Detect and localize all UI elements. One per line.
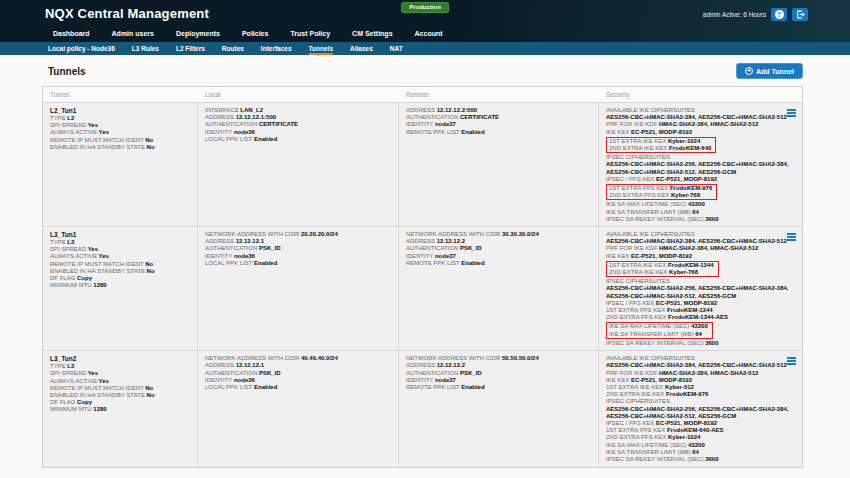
nav-dashboard[interactable]: Dashboard bbox=[42, 26, 101, 42]
field-label: IPSEC SA REKEY INTERVAL (SEC) bbox=[606, 216, 703, 222]
row-menu-icon[interactable] bbox=[787, 356, 796, 366]
field-line: DF FLAG Copy bbox=[50, 399, 191, 406]
field-line: 2ND EXTRA IKE KEX FrodoKEM-640 bbox=[609, 145, 711, 152]
subnav-local-policy-node36[interactable]: Local policy - Node36 bbox=[48, 42, 115, 55]
field-value: Kyber-768 bbox=[669, 269, 698, 275]
field-line: 2ND EXTRA PFS KEX FrodoKEM-1344-AES bbox=[606, 314, 796, 321]
field-line: INTERFACE LAN_L2 bbox=[205, 107, 392, 114]
subnav-l2-filters[interactable]: L2 Filters bbox=[176, 42, 205, 55]
table-row: L3_Tun1TYPE L3SPI SPREAD YesALWAYS ACTIV… bbox=[43, 227, 802, 351]
field-line: 1ST EXTRA IKE KEX FrodoKEM-1344 bbox=[609, 262, 714, 269]
field-line: AVAILABLE IKE CIPHERSUITES bbox=[606, 107, 796, 114]
field-value: EC-P521, MODP-8192 bbox=[631, 253, 692, 259]
field-line: IPSEC CIPHERSUITES bbox=[606, 278, 796, 285]
field-line: AES256-CBC+HMAC-SHA2-512, AES256-GCM bbox=[606, 293, 796, 300]
field-value: Kyber-512 bbox=[665, 384, 694, 390]
field-value: 12.12.12.1 bbox=[236, 362, 264, 368]
field-value: 40.40.40.0/24 bbox=[301, 355, 338, 361]
field-label: IPSEC SA REKEY INTERVAL (SEC) bbox=[606, 340, 703, 346]
field-label: ENABLED IN HA STANDBY STATE bbox=[50, 268, 145, 274]
subnav-nat[interactable]: NAT bbox=[390, 42, 403, 55]
field-label: IKE SA MAX LIFETIME (SEC) bbox=[609, 323, 689, 329]
subnav-interfaces[interactable]: Interfaces bbox=[261, 42, 292, 55]
subnav-l3-rules[interactable]: L3 Rules bbox=[132, 42, 159, 55]
field-value: 20.20.20.0/24 bbox=[301, 231, 338, 237]
field-label: IPSEC CIPHERSUITES bbox=[606, 154, 670, 160]
field-label: TYPE bbox=[50, 363, 66, 369]
field-value: 12.12.12.2:500 bbox=[437, 107, 477, 113]
session-label: admin Active: 6 Hours bbox=[703, 11, 766, 18]
session-area: admin Active: 6 Hours ? bbox=[703, 8, 808, 21]
page-title: Tunnels bbox=[48, 66, 86, 77]
field-line: AUTHENTICATION CERTIFICATE bbox=[205, 121, 392, 128]
subnav-routes[interactable]: Routes bbox=[222, 42, 244, 55]
field-line: NETWORK ADDRESS WITH CIDR 20.20.20.0/24 bbox=[205, 231, 392, 238]
field-line: IPSEC SA REKEY INTERVAL (SEC) 3600 bbox=[606, 340, 796, 347]
cell-local: NETWORK ADDRESS WITH CIDR 40.40.40.0/24A… bbox=[198, 351, 399, 467]
field-value: 12.12.12.2 bbox=[437, 362, 465, 368]
field-line: ENABLED IN HA STANDBY STATE No bbox=[50, 144, 191, 151]
nav-cm-settings[interactable]: CM Settings bbox=[341, 26, 403, 42]
field-line: SPI SPREAD Yes bbox=[50, 122, 191, 129]
help-button[interactable]: ? bbox=[771, 8, 787, 21]
field-label: 1ST EXTRA IKE KEX bbox=[609, 138, 666, 144]
field-label: IKE SA TRANSFER LIMIT (MB) bbox=[609, 331, 693, 337]
field-line: IPSEC SA REKEY INTERVAL (SEC) 3600 bbox=[606, 216, 796, 223]
field-line: ADDRESS 12.12.12.2:500 bbox=[406, 107, 592, 114]
field-line: TYPE L3 bbox=[50, 239, 191, 246]
cell-security: AVAILABLE IKE CIPHERSUITESAES256-CBC+HMA… bbox=[599, 351, 802, 467]
field-value: node37 bbox=[435, 377, 456, 383]
field-line: PRF FOR IKE KDF HMAC-SHA2-384, HMAC-SHA2… bbox=[606, 121, 796, 128]
field-value: FrodoKEM-976 bbox=[666, 391, 708, 397]
field-label: AUTHENTICATION bbox=[406, 114, 458, 120]
field-label: 1ST EXTRA PFS KEX bbox=[609, 185, 668, 191]
row-menu-icon[interactable] bbox=[787, 232, 796, 242]
field-value: 43200 bbox=[688, 442, 705, 448]
add-tunnel-button[interactable]: + Add Tunnel bbox=[736, 63, 803, 79]
field-label: NETWORK ADDRESS WITH CIDR bbox=[205, 231, 299, 237]
field-line: IKE KEX EC-P521, MODP-8192 bbox=[606, 253, 796, 260]
nav-admin-users[interactable]: Admin users bbox=[101, 26, 165, 42]
logout-button[interactable] bbox=[792, 8, 808, 21]
field-value: No bbox=[145, 261, 153, 267]
field-label: ADDRESS bbox=[406, 107, 435, 113]
field-line: IKE SA TRANSFER LIMIT (MB) 64 bbox=[606, 449, 796, 456]
app: NQX Central Management Production admin … bbox=[0, 0, 850, 468]
cell-remote: NETWORK ADDRESS WITH CIDR 30.30.30.0/24A… bbox=[399, 227, 599, 350]
field-value: AES256-CBC+HMAC-SHA2-512, AES256-GCM bbox=[606, 293, 736, 299]
field-line: AES256-CBC+HMAC-SHA2-384, AES256-CBC+HMA… bbox=[606, 114, 796, 121]
field-label: IKE SA MAX LIFETIME (SEC) bbox=[606, 201, 686, 207]
tunnels-table: TunnelLocalRemoteSecurity L2_Tun1TYPE L2… bbox=[42, 86, 803, 468]
field-value: Copy bbox=[77, 275, 92, 281]
nav-account[interactable]: Account bbox=[404, 26, 454, 42]
table-body: L2_Tun1TYPE L2SPI SPREAD YesALWAYS ACTIV… bbox=[43, 103, 802, 467]
field-value: 1280 bbox=[93, 406, 106, 412]
cell-local: NETWORK ADDRESS WITH CIDR 20.20.20.0/24A… bbox=[198, 227, 399, 350]
field-value: 30.30.30.0/24 bbox=[502, 231, 539, 237]
field-value: node37 bbox=[435, 121, 456, 127]
field-line: ADDRESS 12.12.12.1 bbox=[205, 362, 392, 369]
subnav-tunnels[interactable]: Tunnels bbox=[309, 42, 333, 55]
nav-policies[interactable]: Policies bbox=[231, 26, 279, 42]
field-line: REMOTE IP MUST MATCH IDENT No bbox=[50, 385, 191, 392]
field-value: PSK_ID bbox=[460, 245, 482, 251]
field-label: AVAILABLE IKE CIPHERSUITES bbox=[606, 355, 695, 361]
subnav-aliases[interactable]: Aliases bbox=[350, 42, 373, 55]
nav-trust-policy[interactable]: Trust Policy bbox=[279, 26, 341, 42]
field-line: LOCAL PPK LIST Enabled bbox=[205, 384, 392, 391]
field-label: 2ND EXTRA PFS KEX bbox=[606, 434, 666, 440]
field-line: AES256-CBC+HMAC-SHA2-256, AES256-CBC+HMA… bbox=[606, 285, 796, 292]
field-line: LOCAL PPK LIST Enabled bbox=[205, 260, 392, 267]
field-value: AES256-CBC+HMAC-SHA2-384, AES256-CBC+HMA… bbox=[606, 114, 787, 120]
field-label: ALWAYS ACTIVE bbox=[50, 378, 97, 384]
column-header-security: Security bbox=[599, 87, 802, 102]
field-value: EC-P521, MODP-8192 bbox=[656, 300, 717, 306]
field-line: IKE SA TRANSFER LIMIT (MB) 64 bbox=[606, 209, 796, 216]
row-menu-icon[interactable] bbox=[787, 108, 796, 118]
help-icon: ? bbox=[775, 10, 784, 19]
field-value: FrodoKEM-1344 bbox=[668, 262, 714, 268]
nav-deployments[interactable]: Deployments bbox=[165, 26, 231, 42]
field-line: REMOTE IP MUST MATCH IDENT No bbox=[50, 261, 191, 268]
field-line: IDENTITY node37 bbox=[406, 253, 592, 260]
field-value: 12.12.12.1:500 bbox=[236, 114, 276, 120]
